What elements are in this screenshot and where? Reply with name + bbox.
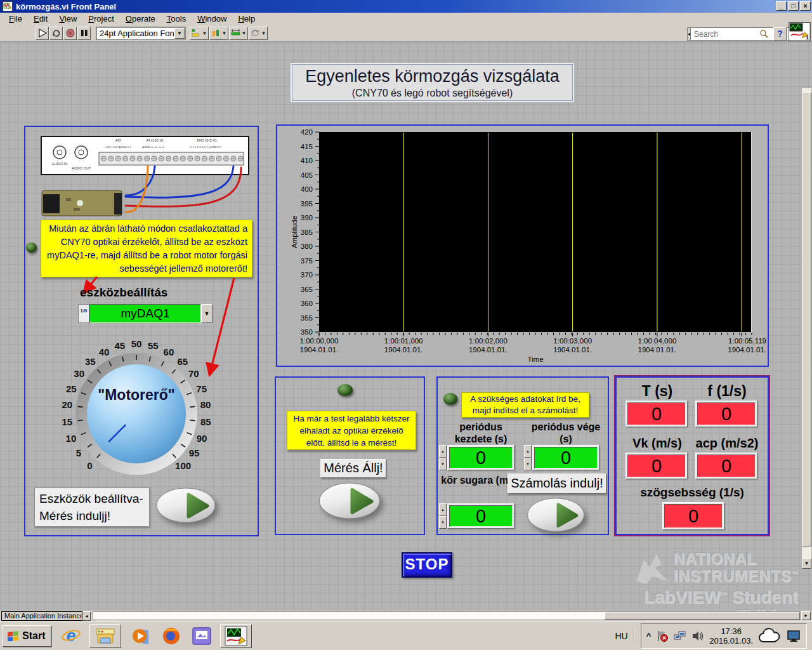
- align-objects-icon: [192, 29, 202, 37]
- svg-text:75: 75: [196, 383, 207, 394]
- setup-led-indicator: [26, 242, 37, 253]
- svg-text:355: 355: [301, 314, 313, 322]
- pause-icon: [79, 28, 89, 38]
- stop-button[interactable]: STOP: [402, 552, 452, 578]
- angular-velocity-result: 0: [662, 502, 724, 530]
- mydaq-wiring-diagram: AUDIO IN AUDIO OUT AO AI (±10 V) DIO (0-…: [41, 136, 250, 217]
- search-input[interactable]: [691, 27, 804, 41]
- svg-text:55: 55: [148, 340, 159, 351]
- taskbar-item-viewer[interactable]: [191, 625, 213, 647]
- run-icon: [37, 28, 48, 38]
- period-end-input[interactable]: 0: [534, 447, 598, 468]
- decrement-arrow-icon[interactable]: ▼: [439, 516, 447, 529]
- taskbar-item-labview[interactable]: [220, 624, 252, 648]
- svg-text:405: 405: [301, 171, 313, 179]
- svg-text:5: 5: [76, 448, 81, 458]
- menu-project[interactable]: Project: [82, 13, 119, 25]
- frequency-result-label: f (1/s): [697, 383, 757, 400]
- svg-text:AO: AO: [115, 138, 121, 142]
- instance-dropdown-arrow-icon[interactable]: ◂: [82, 611, 91, 621]
- minimize-button[interactable]: _: [776, 1, 787, 11]
- taskbar-item-internet-explorer[interactable]: e: [60, 625, 82, 647]
- svg-text:0: 0: [87, 460, 92, 471]
- taskbar-item-explorer-window[interactable]: [89, 624, 121, 648]
- calculation-box: A szükséges adatokat írd be, majd indíts…: [436, 376, 609, 535]
- abort-button[interactable]: [63, 27, 77, 40]
- taskbar-item-firefox[interactable]: [160, 625, 182, 647]
- menu-window[interactable]: Window: [192, 13, 232, 25]
- increment-arrow-icon[interactable]: ▲: [439, 503, 447, 516]
- network-icon[interactable]: [674, 630, 686, 642]
- scroll-down-arrow-icon[interactable]: ▼: [802, 559, 811, 569]
- decrement-arrow-icon[interactable]: ▼: [524, 458, 532, 470]
- experiment-subtitle: (CNY70 és legó robot segítségével): [292, 87, 572, 100]
- svg-text:420: 420: [301, 128, 313, 136]
- increment-arrow-icon[interactable]: ▲: [439, 445, 447, 458]
- media-player-icon: [131, 627, 150, 646]
- calc-led-indicator: [443, 393, 457, 405]
- font-selector[interactable]: 24pt Application Font ▼: [96, 27, 186, 40]
- run-continuously-button[interactable]: [49, 27, 63, 40]
- svg-text:e: e: [67, 626, 75, 645]
- horizontal-scrollbar-thumb[interactable]: [605, 612, 800, 620]
- vertical-scrollbar-thumb[interactable]: [802, 92, 811, 547]
- svg-text:380: 380: [301, 242, 313, 250]
- start-button[interactable]: Start: [3, 625, 51, 647]
- menu-edit[interactable]: Edit: [28, 13, 53, 25]
- labview-instance-icon[interactable]: 1: [789, 22, 811, 41]
- menu-view[interactable]: View: [53, 13, 82, 25]
- panel-horizontal-scrollbar[interactable]: [93, 611, 801, 620]
- reorder-objects-button[interactable]: ▼: [249, 27, 268, 40]
- app-instance-selector[interactable]: Main Application Instance: [1, 611, 82, 621]
- start-measurement-button[interactable]: [155, 487, 219, 526]
- svg-text:80: 80: [200, 399, 211, 410]
- setup-box: AUDIO IN AUDIO OUT AO AI (±10 V) DIO (0-…: [24, 126, 259, 536]
- run-button[interactable]: [36, 27, 49, 40]
- align-objects-button[interactable]: ▼: [190, 27, 209, 40]
- motor-power-knob[interactable]: 0510152025303540455055606570758085909510…: [60, 336, 213, 489]
- clock[interactable]: 17:36 2016.01.03.: [709, 627, 753, 646]
- circle-radius-spinner: ▲ ▼: [439, 503, 447, 529]
- titlebar[interactable]: körmozgás.vi Front Panel _ □ ×: [0, 0, 812, 13]
- display-icon[interactable]: [787, 630, 801, 642]
- scroll-right-arrow-icon[interactable]: ▸: [801, 611, 811, 620]
- resize-objects-button[interactable]: ▼: [229, 27, 248, 40]
- svg-text:Amplitude: Amplitude: [291, 216, 298, 248]
- circle-radius-control: ▲ ▼ 0: [439, 503, 514, 529]
- experiment-title: Egyenletes körmozgás vizsgálata: [292, 65, 572, 87]
- menu-help[interactable]: Help: [232, 13, 261, 25]
- taskbar-item-media-player[interactable]: [130, 625, 152, 647]
- period-end-spinner: ▲ ▼: [524, 445, 532, 470]
- volume-icon[interactable]: [691, 630, 704, 642]
- tray-chevron-icon[interactable]: ^: [646, 633, 652, 639]
- calc-start-button[interactable]: [525, 497, 589, 535]
- menu-tools[interactable]: Tools: [161, 13, 192, 25]
- weather-cloud-icon[interactable]: [758, 628, 782, 644]
- svg-text:1904.01.01.: 1904.01.01.: [384, 346, 423, 354]
- decrement-arrow-icon[interactable]: ▼: [439, 458, 447, 470]
- menu-file[interactable]: File: [3, 13, 28, 25]
- circle-radius-input[interactable]: 0: [449, 505, 513, 527]
- stop-measure-button[interactable]: [318, 482, 384, 522]
- increment-arrow-icon[interactable]: ▲: [524, 445, 532, 458]
- results-box: T (s) f (1/s) 0 0 Vk (m/s) acp (m/s2) 0 …: [615, 376, 769, 535]
- pause-button[interactable]: [77, 27, 91, 40]
- waveform-chart-plot: 4204154104054003953903853803753703653603…: [277, 126, 768, 366]
- svg-text:95: 95: [189, 448, 200, 458]
- context-help-button[interactable]: ?: [773, 27, 787, 41]
- svg-text:390: 390: [301, 214, 313, 222]
- period-end-control: ▲ ▼ 0: [524, 445, 599, 470]
- menu-operate[interactable]: Operate: [120, 13, 161, 25]
- language-indicator[interactable]: HU: [615, 631, 627, 641]
- security-alert-flag-icon[interactable]: [656, 630, 669, 642]
- device-selector-dropdown-button[interactable]: ▼: [201, 304, 213, 323]
- close-button[interactable]: ×: [800, 1, 811, 11]
- chevron-down-icon[interactable]: ▼: [174, 28, 185, 39]
- font-selector-value: 24pt Application Font: [100, 29, 176, 38]
- period-start-input[interactable]: 0: [449, 447, 513, 468]
- device-selector-value[interactable]: myDAQ1: [89, 304, 201, 323]
- svg-text:30: 30: [74, 368, 84, 379]
- restore-button[interactable]: □: [788, 1, 799, 11]
- panel-vertical-scrollbar[interactable]: ▼: [802, 88, 811, 569]
- distribute-objects-button[interactable]: ▼: [209, 27, 228, 40]
